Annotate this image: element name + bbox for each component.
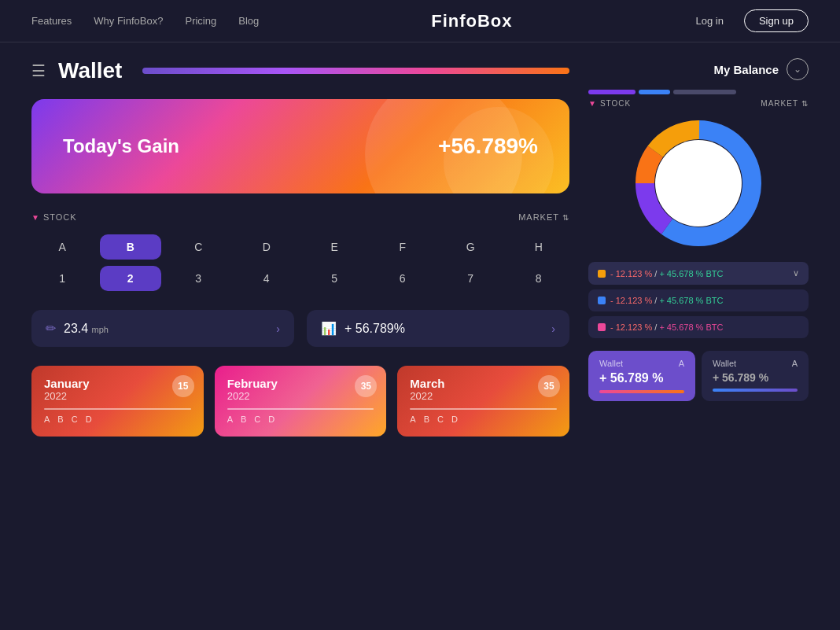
nav-auth: Log in Sign up (684, 9, 809, 32)
balance-triangle-icon: ▼ (588, 99, 597, 108)
month-card-mar[interactable]: March 2022 35 A B C D (397, 366, 569, 437)
progress-gray (673, 90, 736, 94)
triangle-down-icon: ▼ (31, 213, 40, 222)
hamburger-icon[interactable]: ☰ (31, 61, 46, 80)
legend-row-3[interactable]: - 12.123 % / + 45.678 % BTC (588, 316, 809, 338)
balance-chevron[interactable]: ⌄ (787, 58, 809, 80)
legend-row-2[interactable]: - 12.123 % / + 45.678 % BTC (588, 289, 809, 311)
alpha-F[interactable]: F (372, 234, 434, 260)
stat-boxes: ✏ 23.4 mph › 📊 + 56.789% › (31, 310, 569, 347)
stat-box-left-speed: ✏ 23.4 mph (46, 321, 109, 336)
num-6[interactable]: 6 (372, 266, 434, 291)
month-line-mar (410, 408, 557, 410)
balance-title: My Balance (713, 63, 779, 76)
donut-chart (636, 120, 761, 246)
legend-text-1: - 12.123 % / + 45.678 % BTC (610, 269, 788, 278)
month-cards: January 2022 15 A B C D February 2022 35… (31, 366, 569, 437)
wt-header-ghost: Wallet A (713, 359, 798, 368)
month-abcd-jan: A B C D (44, 414, 191, 424)
wallet-tooltip-row: Wallet A + 56.789 % Wallet A + 56.789 % (588, 351, 809, 401)
stat-arrow-1: › (276, 322, 280, 335)
legend-chevron-1[interactable]: ∨ (793, 268, 799, 278)
month-abcd-mar: A B C D (410, 414, 557, 424)
balance-market-label[interactable]: MARKET ⇅ (761, 99, 809, 108)
balance-stock-market: ▼ STOCK MARKET ⇅ (588, 99, 809, 108)
balance-stock-label: ▼ STOCK (588, 99, 631, 108)
header-progress-bar (142, 68, 569, 74)
legend-text-3: - 12.123 % / + 45.678 % BTC (610, 322, 799, 332)
login-button[interactable]: Log in (684, 10, 734, 31)
legend-rows: - 12.123 % / + 45.678 % BTC ∨ - 12.123 %… (588, 262, 809, 338)
stat-box-percent[interactable]: 📊 + 56.789% › (307, 310, 569, 347)
legend-row-1[interactable]: - 12.123 % / + 45.678 % BTC ∨ (588, 262, 809, 285)
num-1[interactable]: 1 (31, 266, 94, 291)
month-badge-mar: 35 (538, 375, 560, 397)
balance-sort-icon: ⇅ (801, 99, 809, 108)
nav-blog[interactable]: Blog (238, 15, 259, 27)
num-3[interactable]: 3 (168, 266, 230, 291)
alpha-E[interactable]: E (304, 234, 366, 260)
alpha-B[interactable]: B (100, 234, 162, 260)
alpha-A[interactable]: A (31, 234, 94, 260)
wt-wallet-a-ghost: A (792, 359, 798, 368)
nav-links: Features Why FinfoBox? Pricing Blog (31, 15, 259, 27)
wallet-tooltip-active[interactable]: Wallet A + 56.789 % (588, 351, 695, 401)
stock-market-row: ▼ STOCK MARKET ⇅ (31, 212, 569, 222)
wt-header-active: Wallet A (599, 359, 684, 368)
stock-label: ▼ STOCK (31, 212, 77, 222)
stat-box-left-percent: 📊 + 56.789% (321, 321, 405, 336)
sort-icon: ⇅ (562, 213, 569, 222)
progress-purple (588, 90, 636, 94)
market-label[interactable]: MARKET ⇅ (518, 212, 569, 222)
month-line-feb (227, 408, 374, 410)
stat-arrow-2: › (551, 322, 555, 335)
nav-pricing[interactable]: Pricing (185, 15, 216, 27)
num-5[interactable]: 5 (304, 266, 366, 291)
wt-wallet-label: Wallet (599, 359, 623, 368)
stat-speed-value: 23.4 mph (64, 322, 109, 336)
navbar: Features Why FinfoBox? Pricing Blog Finf… (0, 0, 840, 42)
alpha-grid: A B C D E F G H (31, 234, 569, 260)
speed-number: 23.4 (64, 322, 88, 335)
nav-features[interactable]: Features (31, 15, 72, 27)
num-grid: 1 2 3 4 5 6 7 8 (31, 266, 569, 291)
signup-button[interactable]: Sign up (744, 9, 809, 32)
chart-icon: 📊 (321, 321, 337, 336)
brand-logo: FinfoBox (259, 11, 684, 31)
month-badge-jan: 15 (172, 375, 194, 397)
month-year-jan: 2022 (44, 390, 191, 402)
page-title: Wallet (58, 58, 122, 83)
pencil-icon: ✏ (46, 321, 56, 336)
left-panel: ☰ Wallet Today's Gain +56.789% ▼ STOCK M… (31, 58, 569, 437)
month-name-jan: January (44, 377, 191, 390)
svg-point-0 (655, 140, 742, 227)
stock-text: STOCK (43, 212, 77, 222)
alpha-D[interactable]: D (236, 234, 298, 260)
alpha-H[interactable]: H (508, 234, 570, 260)
num-8[interactable]: 8 (508, 266, 570, 291)
legend-text-2: - 12.123 % / + 45.678 % BTC (610, 296, 799, 305)
month-card-jan[interactable]: January 2022 15 A B C D (31, 366, 204, 437)
speed-unit: mph (92, 325, 109, 334)
legend-dot-1 (598, 270, 606, 278)
gain-label: Today's Gain (63, 135, 179, 157)
wt-wallet-label-ghost: Wallet (713, 359, 736, 368)
balance-progress-row (588, 90, 809, 94)
stat-box-speed[interactable]: ✏ 23.4 mph › (31, 310, 294, 347)
legend-dot-2 (598, 297, 606, 304)
alpha-G[interactable]: G (440, 234, 502, 260)
wt-value-ghost: + 56.789 % (713, 371, 798, 384)
gain-value: +56.789% (438, 134, 538, 159)
num-2[interactable]: 2 (100, 266, 162, 291)
alpha-C[interactable]: C (168, 234, 230, 260)
todays-gain-card: Today's Gain +56.789% (31, 99, 569, 193)
num-4[interactable]: 4 (236, 266, 298, 291)
month-card-feb[interactable]: February 2022 35 A B C D (215, 366, 387, 437)
num-7[interactable]: 7 (440, 266, 502, 291)
nav-why[interactable]: Why FinfoBox? (94, 15, 163, 27)
wallet-tooltip-ghost[interactable]: Wallet A + 56.789 % (702, 351, 809, 401)
wallet-header: ☰ Wallet (31, 58, 569, 83)
wt-value-active: + 56.789 % (599, 371, 684, 385)
month-abcd-feb: A B C D (227, 414, 374, 424)
wt-bar-active (599, 390, 684, 393)
